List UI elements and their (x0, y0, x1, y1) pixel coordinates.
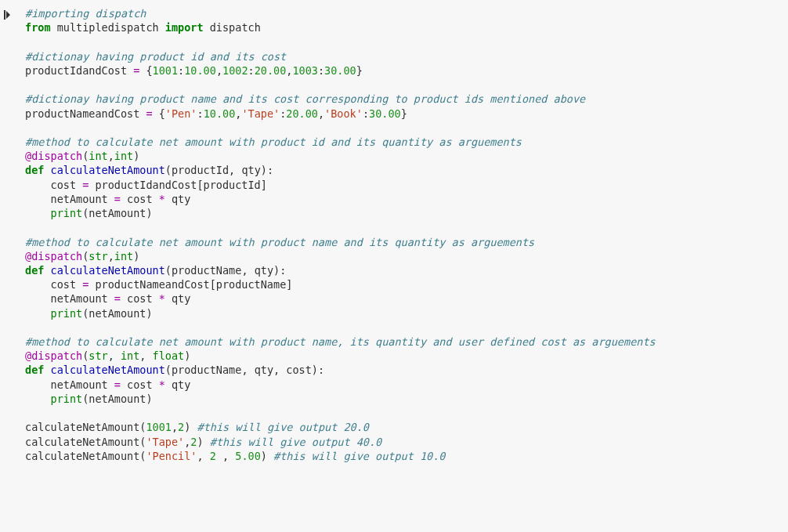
keyword-def: def (25, 264, 44, 277)
decorator: @dispatch (25, 150, 82, 162)
function-name: calculateNetAmount (51, 364, 165, 376)
comment: #this will give output 20.0 (197, 421, 369, 433)
comment: #dictionay having product id and its cos… (25, 50, 286, 63)
function-name: calculateNetAmount (51, 264, 165, 277)
comment: #dictionay having product name and its c… (25, 92, 585, 105)
builtin-print: print (51, 207, 83, 219)
run-icon (6, 11, 10, 19)
keyword-def: def (25, 164, 44, 176)
comment: #method to calculate net amount with pro… (25, 236, 534, 248)
decorator: @dispatch (25, 349, 82, 362)
code-editor[interactable]: #importing dispatch from multipledispatc… (20, 5, 788, 466)
comment: #this will give output 40.0 (210, 436, 381, 448)
comment: #method to calculate net amount with pro… (25, 335, 656, 348)
keyword-import: import (165, 21, 204, 34)
builtin-print: print (51, 307, 83, 320)
keyword-def: def (25, 364, 44, 376)
code-cell: #importing dispatch from multipledispatc… (0, 0, 788, 471)
decorator: @dispatch (25, 250, 82, 262)
comment: #method to calculate net amount with pro… (25, 136, 522, 148)
keyword-from: from (25, 21, 51, 34)
function-name: calculateNetAmount (51, 164, 165, 176)
run-cell-button[interactable] (3, 5, 20, 466)
builtin-print: print (51, 393, 83, 405)
comment: #this will give output 10.0 (273, 450, 445, 462)
comment: #importing dispatch (25, 7, 146, 20)
